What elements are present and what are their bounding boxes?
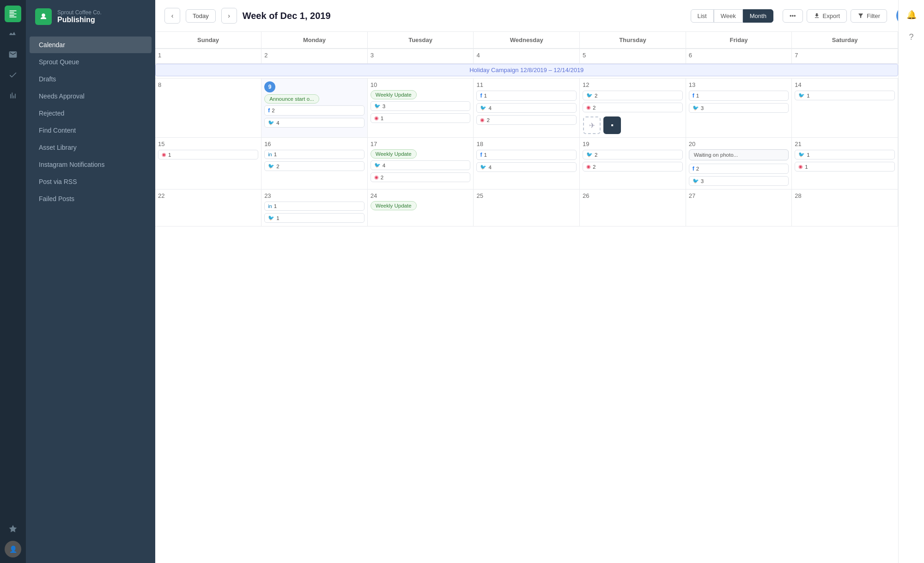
tw-badge-4b[interactable]: 🐦 4 [371,160,471,170]
tw-count: 1 [276,215,279,221]
fb-badge-2[interactable]: f 2 [264,105,365,116]
reports-icon[interactable] [5,87,21,104]
tw-badge-2b[interactable]: 🐦 2 [264,161,365,171]
fb-badge-1[interactable]: f 1 [476,91,577,101]
sidebar-item-sprout-queue[interactable]: Sprout Queue [30,54,152,70]
week-view-button[interactable]: Week [714,9,743,23]
sidebar-item-failed-posts[interactable]: Failed Posts [30,190,152,207]
tw-count: 3 [701,105,704,111]
day-number: 25 [476,192,577,199]
filter-button[interactable]: Filter [851,9,887,23]
ig-badge-2b[interactable]: ◉ 2 [583,103,683,112]
instagram-icon: ◉ [586,104,591,110]
event-weekly-update-24[interactable]: Weekly Update [371,201,417,210]
tw-badge-4[interactable]: 🐦 4 [476,103,577,113]
day-number: 4 [476,52,577,59]
draft-photo[interactable]: ▪ [603,116,621,134]
ig-badge-2d[interactable]: ◉ 2 [583,162,683,171]
header-actions: ••• Export Filter [783,9,887,23]
day-20: 20 Waiting on photo... f 2 🐦 3 [686,138,792,190]
tw-badge-1c[interactable]: 🐦 1 [264,213,365,223]
day-number: 26 [583,192,683,199]
tw-badge-4c[interactable]: 🐦 4 [476,162,577,172]
instagram-icon: ◉ [374,115,379,121]
day-number: 3 [371,52,471,59]
sidebar-item-drafts[interactable]: Drafts [30,71,152,87]
tw-badge-2c[interactable]: 🐦 2 [583,150,683,159]
tw-count: 2 [595,152,597,158]
waiting-pill[interactable]: Waiting on photo... [689,149,789,160]
inbox-icon[interactable] [5,46,21,63]
sidebar-item-find-content[interactable]: Find Content [30,122,152,139]
sidebar-item-asset-library[interactable]: Asset Library [30,139,152,156]
day-events: Waiting on photo... f 2 🐦 3 [689,149,789,186]
event-weekly-update-10[interactable]: Weekly Update [371,90,417,99]
li-badge-1[interactable]: in 1 [264,150,365,159]
event-announce-start[interactable]: Announce start o... [264,94,319,104]
product-name: Publishing [57,16,102,24]
fb-count: 2 [696,166,699,171]
sidebar-brand: Sprout Coffee Co. Publishing [57,9,102,24]
instagram-icon: ◉ [586,164,591,170]
sidebar-item-needs-approval[interactable]: Needs Approval [30,88,152,104]
ig-badge-1[interactable]: ◉ 1 [371,113,471,123]
sidebar-item-rejected[interactable]: Rejected [30,105,152,122]
fb-badge-2b[interactable]: f 2 [689,164,789,174]
tw-count: 3 [701,178,704,184]
tw-badge-3b[interactable]: 🐦 3 [689,103,789,113]
day-number: 6 [689,52,789,59]
sidebar-item-instagram-notifications[interactable]: Instagram Notifications [30,156,152,173]
month-view-button[interactable]: Month [743,9,773,23]
fb-badge-1b[interactable]: f 1 [689,91,789,101]
calendar-table: Sunday Monday Tuesday Wednesday Thursday… [155,32,898,226]
sidebar-item-post-via-rss[interactable]: Post via RSS [30,173,152,190]
day-events: Announce start o... f 2 🐦 4 [264,94,365,128]
user-avatar[interactable]: 👤 [5,541,21,557]
ig-badge-2c[interactable]: ◉ 2 [371,172,471,182]
publishing-icon[interactable] [5,6,21,22]
tw-badge-3c[interactable]: 🐦 3 [689,176,789,186]
main-content: ‹ Today › Week of Dec 1, 2019 List Week … [155,0,924,563]
tw-badge-4[interactable]: 🐦 4 [264,118,365,128]
rewards-icon[interactable] [5,520,21,537]
ig-badge-1c[interactable]: ◉ 1 [795,162,895,171]
ig-count: 2 [381,175,383,180]
day-27: 27 [686,190,792,226]
tw-badge-1[interactable]: 🐦 1 [795,91,895,100]
campaign-banner[interactable]: Holiday Campaign 12/8/2019 – 12/14/2019 [155,64,898,76]
tw-count: 4 [488,105,491,111]
tw-badge-1b[interactable]: 🐦 1 [795,150,895,159]
day-8: 8 [155,79,261,138]
ig-badge-2[interactable]: ◉ 2 [476,115,577,125]
notifications-icon[interactable]: 🔔 [904,7,919,22]
li-badge-1b[interactable]: in 1 [264,202,365,211]
export-button[interactable]: Export [807,9,847,23]
day-7: 7 [792,49,898,64]
tw-badge-2[interactable]: 🐦 2 [583,91,683,100]
draft-send[interactable]: ✈ [583,116,601,134]
day-18: 18 f 1 🐦 4 [474,138,580,190]
day-events: 🐦 2 ◉ 2 ✈ ▪ [583,90,683,135]
more-button[interactable]: ••• [783,9,803,23]
help-icon[interactable]: ? [904,30,919,44]
sidebar-item-calendar[interactable]: Calendar [30,37,152,53]
tw-count: 4 [383,163,385,168]
ig-badge-1b[interactable]: ◉ 1 [158,150,258,159]
day-events: f 1 🐦 4 ◉ 2 [476,90,577,125]
campaign-banner-row: Holiday Campaign 12/8/2019 – 12/14/2019 [155,64,898,79]
twitter-icon: 🐦 [480,105,486,111]
event-weekly-update-17[interactable]: Weekly Update [371,149,417,159]
analytics-icon[interactable] [5,26,21,43]
instagram-icon: ◉ [480,117,485,123]
tw-count: 2 [276,164,279,169]
list-view-button[interactable]: List [691,9,714,23]
day-header-friday: Friday [686,32,792,49]
next-button[interactable]: › [221,8,237,24]
day-number: 20 [689,141,789,147]
tw-badge-3[interactable]: 🐦 3 [371,101,471,111]
prev-button[interactable]: ‹ [164,8,180,24]
day-5: 5 [580,49,686,64]
today-button[interactable]: Today [186,9,216,23]
tasks-icon[interactable] [5,67,21,83]
fb-badge-1c[interactable]: f 1 [476,150,577,160]
